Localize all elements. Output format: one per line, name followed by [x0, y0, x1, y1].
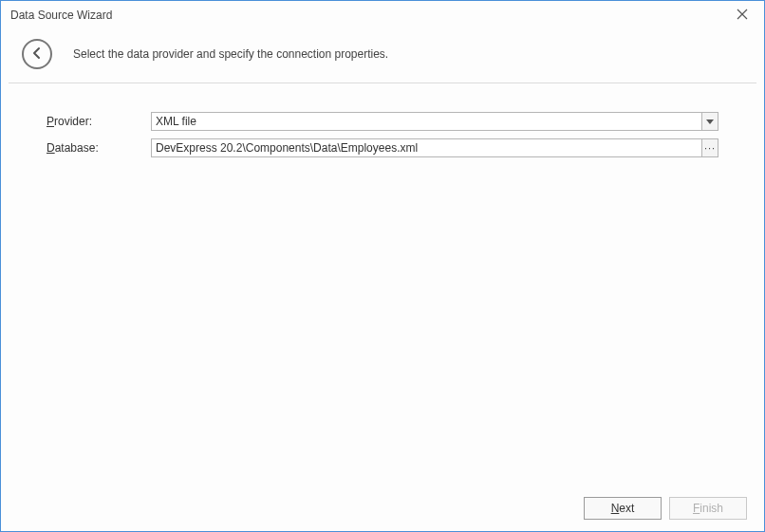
provider-combobox[interactable]: XML file	[151, 112, 702, 131]
back-button[interactable]	[22, 39, 52, 69]
header: Select the data provider and specify the…	[1, 29, 764, 83]
provider-value: XML file	[156, 115, 196, 128]
window-title: Data Source Wizard	[10, 9, 112, 22]
database-label: Database:	[47, 141, 151, 155]
database-value: DevExpress 20.2\Components\Data\Employee…	[156, 141, 418, 155]
form-area: Provider: XML file Database: DevExpress	[1, 83, 764, 157]
instruction-text: Select the data provider and specify the…	[73, 47, 388, 61]
provider-label-text: rovider:	[54, 115, 92, 128]
footer: Next Finish	[584, 497, 747, 520]
database-field: DevExpress 20.2\Components\Data\Employee…	[151, 138, 718, 157]
provider-label: Provider:	[47, 115, 151, 128]
wizard-window: Data Source Wizard Select the data provi…	[0, 0, 765, 532]
database-input[interactable]: DevExpress 20.2\Components\Data\Employee…	[151, 138, 702, 157]
close-icon	[737, 9, 748, 23]
provider-label-accel: P	[47, 115, 54, 128]
close-button[interactable]	[728, 3, 756, 28]
database-browse-button[interactable]: ···	[701, 138, 718, 157]
database-label-accel: D	[47, 141, 55, 155]
provider-row: Provider: XML file	[47, 112, 718, 131]
chevron-down-icon	[706, 115, 714, 128]
database-label-text: atabase:	[55, 141, 99, 155]
next-button[interactable]: Next	[584, 497, 662, 520]
provider-dropdown-button[interactable]	[701, 112, 718, 131]
ellipsis-icon: ···	[704, 143, 716, 154]
arrow-left-icon	[30, 46, 44, 63]
finish-button-label: Finish	[693, 502, 723, 515]
titlebar: Data Source Wizard	[1, 1, 764, 29]
provider-field: XML file	[151, 112, 718, 131]
database-row: Database: DevExpress 20.2\Components\Dat…	[47, 138, 718, 157]
next-button-label: Next	[611, 502, 635, 515]
finish-button: Finish	[669, 497, 747, 520]
